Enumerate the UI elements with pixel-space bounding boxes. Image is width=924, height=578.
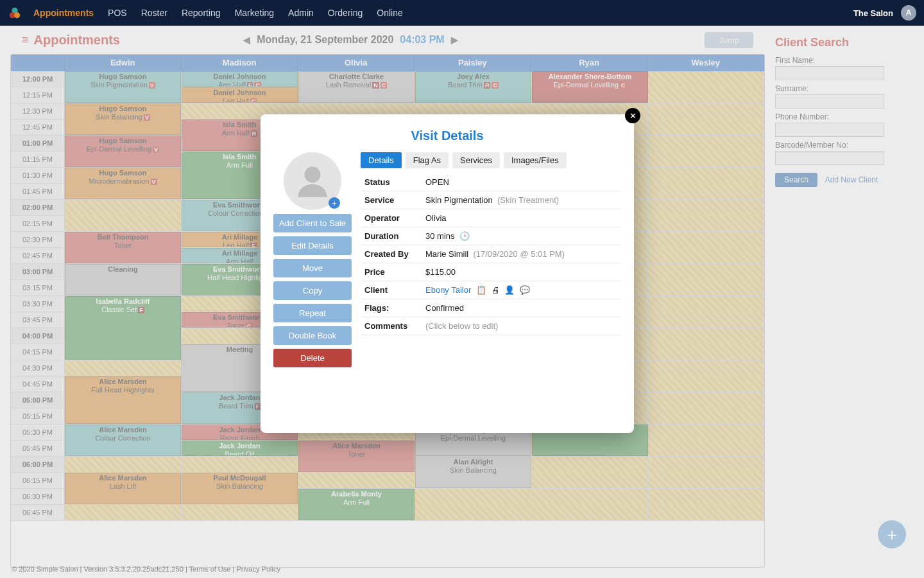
nav-admin[interactable]: Admin xyxy=(288,8,314,18)
footer: © 2020 Simple Salon | Version 3.5.3.2.20… xyxy=(12,565,280,573)
client-avatar-placeholder[interactable]: + xyxy=(284,152,341,210)
detail-client: Ebony Tailor 📋 🖨 👤 💬 xyxy=(422,281,621,299)
privacy-link[interactable]: Privacy Policy xyxy=(236,565,280,573)
delete-button[interactable]: Delete xyxy=(273,349,352,367)
note-icon[interactable]: 📋 xyxy=(476,285,486,295)
nav-ordering[interactable]: Ordering xyxy=(328,8,363,18)
terms-link[interactable]: Terms of Use xyxy=(189,565,231,573)
comments-hint[interactable]: (Click below to edit) xyxy=(422,317,621,335)
nav-roster[interactable]: Roster xyxy=(141,8,167,18)
svg-point-2 xyxy=(14,12,20,18)
top-nav: AppointmentsPOSRosterReportingMarketingA… xyxy=(0,0,924,26)
double-book-button[interactable]: Double Book xyxy=(273,326,352,345)
detail-price: $115.00 xyxy=(422,263,621,281)
app-logo xyxy=(8,6,22,20)
visit-details-modal: ✕ Visit Details + Add Client to SaleEdit… xyxy=(261,114,634,433)
clock-icon[interactable]: 🕒 xyxy=(459,231,470,241)
tab-images-files[interactable]: Images/Files xyxy=(504,152,567,168)
detail-flags: Confirmed xyxy=(422,299,621,317)
nav-menu: AppointmentsPOSRosterReportingMarketingA… xyxy=(33,8,403,18)
add-client-to-sale-button[interactable]: Add Client to Sale xyxy=(273,214,352,232)
nav-marketing[interactable]: Marketing xyxy=(235,8,274,18)
nav-online[interactable]: Online xyxy=(377,8,402,18)
move-button[interactable]: Move xyxy=(273,259,352,277)
add-appointment-fab[interactable]: ＋ xyxy=(878,520,906,548)
close-icon[interactable]: ✕ xyxy=(625,108,640,123)
add-photo-icon[interactable]: + xyxy=(329,197,340,209)
details-table: StatusOPEN ServiceSkin Pigmentation (Ski… xyxy=(361,173,621,335)
detail-created: Marie Simill (17/09/2020 @ 5:01 PM) xyxy=(422,245,621,263)
detail-operator: Olivia xyxy=(422,209,621,227)
repeat-button[interactable]: Repeat xyxy=(273,304,352,322)
tab-details[interactable]: Details xyxy=(361,152,402,168)
person-icon[interactable]: 👤 xyxy=(504,285,515,295)
print-icon[interactable]: 🖨 xyxy=(492,285,500,295)
copy-button[interactable]: Copy xyxy=(273,281,352,300)
nav-pos[interactable]: POS xyxy=(108,8,127,18)
svg-point-3 xyxy=(305,167,321,183)
modal-title: Visit Details xyxy=(273,128,621,143)
detail-status: OPEN xyxy=(422,173,621,191)
nav-appointments[interactable]: Appointments xyxy=(33,8,94,18)
chat-icon[interactable]: 💬 xyxy=(520,285,530,295)
detail-service: Skin Pigmentation (Skin Treatment) xyxy=(422,191,621,209)
tab-flag-as[interactable]: Flag As xyxy=(406,152,449,168)
nav-reporting[interactable]: Reporting xyxy=(182,8,221,18)
edit-details-button[interactable]: Edit Details xyxy=(273,236,352,255)
detail-duration: 30 mins 🕒 xyxy=(422,227,621,245)
user-avatar[interactable]: A xyxy=(901,5,916,21)
tab-services[interactable]: Services xyxy=(452,152,500,168)
org-name[interactable]: The Salon xyxy=(853,8,893,18)
client-link[interactable]: Ebony Tailor xyxy=(425,285,471,295)
